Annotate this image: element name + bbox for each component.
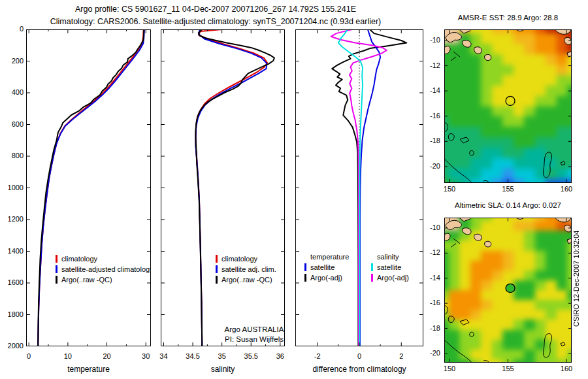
timestamp-watermark: CSIRO 12-Dec-2007 10:32:04 [572, 191, 580, 366]
legend-entry: satellite-adjusted climatology [56, 264, 151, 274]
legend-line-swatch [371, 263, 373, 271]
legend-entry: Argo(-adj) [371, 272, 409, 283]
tick-label: 160 [561, 365, 572, 372]
legend-label: Argo(-adj) [310, 274, 342, 282]
legend-entry: climatology [216, 254, 276, 264]
note-line-2: PI: Susan Wijffels [208, 335, 301, 344]
legend-label: satellite adj. clim. [221, 265, 276, 273]
legend-entry: Argo(..raw -QC) [216, 274, 276, 285]
tick-label: 200 [1, 57, 24, 65]
tick-label: -2 [314, 352, 321, 360]
tick-label: 0 [27, 352, 31, 360]
tick-label: 155 [502, 365, 514, 372]
temperature-legend: climatologysatellite-adjusted climatolog… [56, 254, 151, 285]
sla-map-overlay [444, 218, 572, 363]
legend-group-header: salinity [371, 252, 409, 262]
legend-entry: satellite adj. clim. [216, 264, 276, 274]
temperature-profile-plot [26, 29, 151, 346]
legend-line-swatch [56, 276, 57, 284]
legend-line-swatch [216, 265, 218, 273]
legend-label: satellite [377, 263, 401, 271]
argo-profile-figure: Argo profile: CS 5901627_11 04-Dec-2007 … [0, 0, 588, 379]
legend-line-swatch [371, 274, 373, 282]
legend-line-swatch [56, 265, 57, 273]
legend-label: satellite-adjusted climatology [61, 265, 151, 273]
sla-map [444, 218, 572, 363]
tick-label: 400 [1, 88, 24, 96]
tick-label: -20 [418, 349, 440, 357]
legend-line-swatch [304, 263, 306, 271]
tick-label: 10 [64, 352, 72, 360]
tick-label: 1800 [1, 310, 24, 318]
salinity-profile-panel: climatologysatellite adj. clim.Argo(..ra… [161, 29, 285, 346]
argo-float-marker [506, 284, 515, 292]
temperature-axis-label: temperature [26, 365, 151, 374]
legend-group-header: temperature [304, 252, 349, 262]
argo-float-marker [506, 96, 515, 105]
legend-entry: satellite [304, 262, 349, 272]
sst-map-overlay [444, 29, 572, 183]
legend-line-swatch [216, 276, 218, 284]
tick-label: 1200 [1, 215, 24, 223]
tick-label: 155 [502, 185, 514, 193]
figure-title: Argo profile: CS 5901627_11 04-Dec-2007 … [13, 3, 418, 28]
legend-label: climatology [221, 255, 257, 263]
tick-label: 2 [399, 352, 403, 360]
note-line-1: Argo AUSTRALIA [208, 325, 301, 335]
tick-label: 30 [142, 352, 150, 360]
legend-entry: climatology [56, 254, 151, 264]
salinity-legend: climatologysatellite adj. clim.Argo(..ra… [216, 254, 276, 285]
tick-label: 35.5 [244, 352, 258, 360]
difference-plot [295, 29, 423, 346]
tick-label: 1000 [1, 184, 24, 191]
title-line-1: Argo profile: CS 5901627_11 04-Dec-2007 … [13, 3, 418, 16]
tick-label: 20 [103, 352, 110, 360]
difference-axis-label: difference from climatology [295, 365, 423, 374]
sst-map [444, 29, 572, 183]
legend-line-swatch [56, 255, 57, 263]
difference-legend: temperaturesatelliteArgo(-adj)salinitysa… [295, 252, 423, 291]
legend-line-swatch [304, 274, 306, 282]
tick-label: 160 [561, 185, 572, 193]
tick-label: 150 [444, 365, 455, 372]
sst-map-title: AMSR-E SST: 28.9 Argo: 28.8 [438, 14, 578, 22]
sla-map-title: Altimetric SLA: 0.14 Argo: 0.027 [438, 201, 578, 209]
tick-label: 0 [357, 352, 361, 360]
tick-label: 1600 [1, 278, 24, 286]
legend-label: satellite [310, 263, 335, 271]
salinity-profile-plot [161, 29, 285, 346]
tick-label: 600 [1, 120, 24, 128]
legend-label: Argo(..raw -QC) [61, 276, 112, 284]
tick-label: 150 [444, 185, 455, 193]
tick-label: 800 [1, 152, 24, 159]
temperature-profile-panel: climatologysatellite-adjusted climatolog… [26, 29, 151, 346]
tick-label: 2000 [1, 342, 24, 350]
legend-label: Argo(..raw -QC) [221, 276, 272, 284]
tick-label: 35 [218, 352, 226, 360]
legend-label: Argo(-adj) [377, 274, 409, 282]
legend-entry: Argo(-adj) [304, 272, 349, 283]
tick-label: 36 [276, 352, 284, 360]
difference-panel: temperaturesatelliteArgo(-adj)salinitysa… [295, 29, 423, 346]
legend-line-swatch [216, 255, 218, 263]
salinity-axis-label: salinity [161, 365, 285, 374]
legend-group: temperaturesatelliteArgo(-adj) [304, 252, 349, 283]
title-line-2: Climatology: CARS2006. Satellite-adjuste… [13, 16, 418, 28]
legend-label: climatology [61, 255, 97, 263]
tick-label: 1400 [1, 247, 24, 255]
attribution-note: Argo AUSTRALIA PI: Susan Wijffels [208, 325, 301, 344]
tick-label: 34.5 [186, 352, 199, 360]
legend-entry: Argo(..raw -QC) [56, 274, 151, 285]
legend-entry: satellite [371, 262, 409, 272]
tick-label: 34 [159, 352, 167, 360]
legend-group: salinitysatelliteArgo(-adj) [371, 252, 409, 283]
